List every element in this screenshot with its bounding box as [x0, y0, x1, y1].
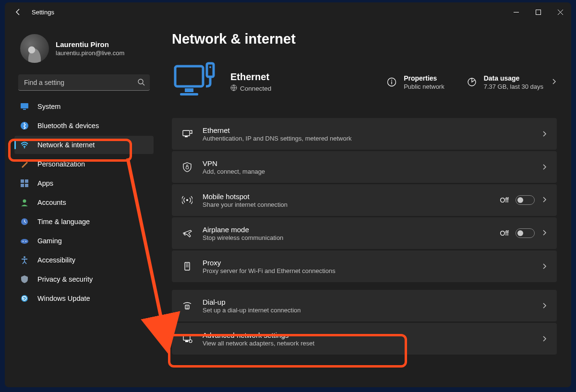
search-icon — [137, 78, 145, 88]
row-airplane[interactable]: Airplane mode Stop wireless communicatio… — [172, 217, 557, 249]
sidebar-item-label: Accounts — [37, 199, 66, 206]
advanced-network-icon — [181, 333, 193, 344]
sidebar-item-gaming[interactable]: Gaming — [14, 232, 154, 250]
minimize-button[interactable] — [505, 2, 527, 22]
arrow-left-icon — [14, 8, 22, 16]
properties-sub: Public network — [404, 83, 444, 90]
main-content: Network & internet Ethernet — [158, 22, 571, 387]
proxy-icon — [181, 261, 193, 272]
svg-rect-34 — [185, 341, 188, 342]
svg-point-35 — [189, 340, 192, 343]
svg-rect-20 — [207, 63, 214, 77]
shield-lock-icon — [181, 161, 193, 173]
person-icon — [20, 198, 29, 207]
close-button[interactable] — [549, 2, 571, 22]
row-title: Proxy — [203, 259, 532, 267]
sidebar-item-privacy[interactable]: Privacy & security — [14, 270, 154, 288]
svg-rect-18 — [185, 88, 193, 92]
settings-list: Ethernet Authentication, IP and DNS sett… — [172, 118, 557, 355]
chevron-right-icon — [541, 131, 547, 137]
row-sub: Stop wireless communication — [203, 234, 491, 241]
row-ethernet[interactable]: Ethernet Authentication, IP and DNS sett… — [172, 118, 557, 150]
sidebar-item-label: Time & language — [37, 218, 90, 226]
user-email: laurentiu.piron@live.com — [56, 49, 124, 57]
user-profile[interactable]: Laurentiu Piron laurentiu.piron@live.com — [14, 26, 154, 74]
chevron-right-icon — [541, 336, 547, 342]
chevron-right-icon — [541, 303, 547, 309]
row-dialup[interactable]: Dial-up Set up a dial-up internet connec… — [172, 290, 557, 321]
svg-rect-31 — [185, 262, 190, 270]
wifi-icon — [20, 141, 29, 149]
row-title: Advanced network settings — [203, 331, 532, 339]
sidebar-item-accessibility[interactable]: Accessibility — [14, 251, 154, 269]
svg-point-14 — [25, 241, 26, 242]
chevron-right-icon — [541, 263, 547, 269]
usage-title: Data usage — [484, 74, 543, 82]
dialup-icon — [181, 300, 193, 311]
sidebar-item-label: Gaming — [37, 237, 62, 245]
svg-rect-32 — [185, 305, 189, 309]
sidebar-item-personalization[interactable]: Personalization — [14, 155, 154, 173]
sidebar-item-bluetooth[interactable]: Bluetooth & devices — [14, 117, 154, 135]
connection-name: Ethernet — [230, 71, 317, 83]
svg-rect-0 — [536, 10, 540, 14]
svg-point-12 — [21, 239, 28, 244]
svg-rect-33 — [183, 335, 190, 340]
search-input[interactable] — [18, 74, 150, 91]
svg-rect-9 — [25, 184, 28, 187]
chevron-right-icon — [541, 196, 547, 204]
chevron-right-icon — [551, 78, 557, 86]
info-icon — [386, 77, 397, 87]
svg-point-13 — [23, 241, 24, 242]
row-vpn[interactable]: VPN Add, connect, manage — [172, 151, 557, 183]
computer-network-icon — [172, 60, 219, 104]
sidebar-item-label: Personalization — [37, 160, 85, 168]
maximize-button[interactable] — [527, 2, 549, 22]
update-icon — [20, 294, 29, 303]
data-usage-card[interactable]: Data usage 7.37 GB, last 30 days — [467, 74, 557, 90]
avatar — [20, 34, 49, 63]
sidebar-item-system[interactable]: System — [14, 97, 154, 116]
row-sub: Proxy server for Wi-Fi and Ethernet conn… — [203, 267, 532, 274]
gaming-icon — [20, 237, 29, 245]
apps-icon — [20, 179, 29, 188]
chevron-right-icon — [541, 229, 547, 238]
titlebar: Settings — [5, 2, 571, 22]
properties-card[interactable]: Properties Public network — [386, 74, 444, 90]
properties-title: Properties — [404, 74, 444, 82]
user-name: Laurentiu Piron — [56, 40, 124, 48]
svg-rect-28 — [185, 136, 188, 137]
nav-list: System Bluetooth & devices Network & int… — [14, 97, 154, 308]
svg-rect-25 — [391, 82, 392, 84]
back-button[interactable] — [13, 7, 23, 17]
row-proxy[interactable]: Proxy Proxy server for Wi-Fi and Etherne… — [172, 250, 557, 282]
sidebar-item-time[interactable]: Time & language — [14, 213, 154, 231]
row-sub: Set up a dial-up internet connection — [203, 307, 532, 314]
hotspot-toggle[interactable] — [516, 195, 535, 205]
svg-point-24 — [391, 80, 392, 81]
svg-point-21 — [209, 66, 211, 68]
sidebar-item-accounts[interactable]: Accounts — [14, 193, 154, 212]
row-hotspot[interactable]: Mobile hotspot Share your internet conne… — [172, 184, 557, 216]
row-sub: View all network adapters, network reset — [203, 340, 532, 347]
toggle-state-label: Off — [500, 229, 509, 237]
page-title: Network & internet — [172, 31, 557, 47]
airplane-toggle[interactable] — [516, 228, 535, 238]
row-sub: Share your internet connection — [203, 201, 491, 208]
clock-icon — [20, 217, 29, 226]
row-title: Dial-up — [203, 298, 532, 306]
svg-rect-2 — [21, 103, 28, 108]
sidebar-item-network[interactable]: Network & internet — [14, 136, 154, 154]
row-title: Ethernet — [203, 126, 532, 134]
row-advanced[interactable]: Advanced network settings View all netwo… — [172, 323, 557, 355]
ethernet-icon — [181, 128, 193, 140]
shield-icon — [20, 275, 29, 284]
svg-point-5 — [24, 147, 25, 148]
window-controls — [505, 2, 571, 22]
sidebar-item-update[interactable]: Windows Update — [14, 289, 154, 308]
svg-rect-3 — [23, 109, 26, 110]
sidebar: Laurentiu Piron laurentiu.piron@live.com… — [5, 22, 158, 387]
sidebar-item-apps[interactable]: Apps — [14, 174, 154, 192]
row-sub: Authentication, IP and DNS settings, met… — [203, 135, 532, 142]
row-title: Airplane mode — [203, 226, 491, 234]
